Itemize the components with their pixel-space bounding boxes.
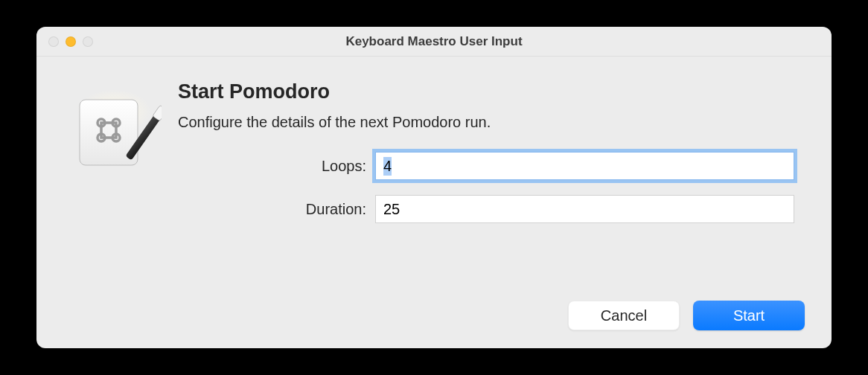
cancel-button[interactable]: Cancel [568, 301, 680, 330]
loops-label: Loops: [178, 158, 375, 175]
window-title: Keyboard Maestro User Input [36, 34, 832, 49]
loops-input[interactable]: 4 [375, 152, 794, 180]
loops-row: Loops: 4 [178, 152, 794, 180]
maximize-window-button[interactable] [83, 36, 93, 47]
loops-value: 4 [383, 157, 392, 176]
minimize-window-button[interactable] [66, 36, 76, 47]
duration-input[interactable]: 25 [375, 195, 794, 223]
app-icon-container [66, 77, 178, 238]
titlebar: Keyboard Maestro User Input [36, 27, 832, 57]
form-area: Start Pomodoro Configure the details of … [178, 77, 794, 238]
dialog-window: Keyboard Maestro User Input [36, 27, 832, 348]
window-controls [48, 36, 93, 47]
dialog-description: Configure the details of the next Pomodo… [178, 114, 794, 131]
app-icon [66, 82, 162, 177]
close-window-button[interactable] [48, 36, 59, 47]
duration-row: Duration: 25 [178, 195, 794, 223]
dialog-heading: Start Pomodoro [178, 80, 794, 103]
duration-label: Duration: [178, 201, 375, 218]
dialog-content: Start Pomodoro Configure the details of … [36, 57, 832, 238]
duration-value: 25 [383, 201, 400, 218]
start-button[interactable]: Start [693, 301, 805, 330]
button-row: Cancel Start [568, 301, 805, 330]
